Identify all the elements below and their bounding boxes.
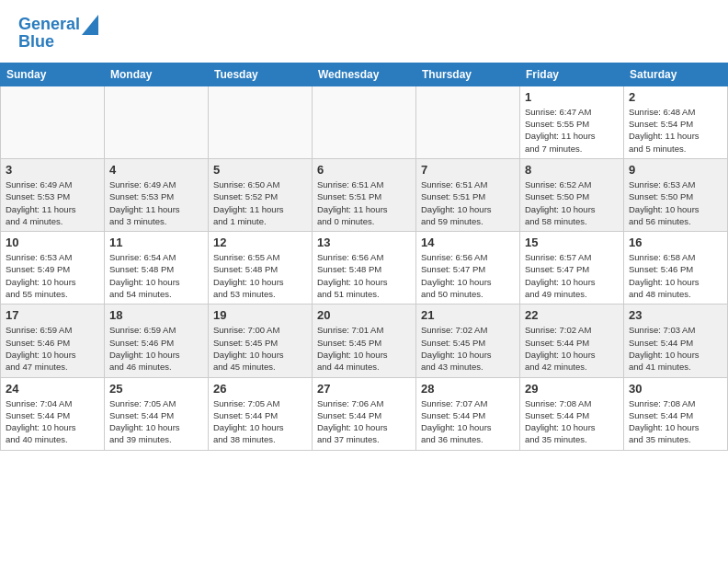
weekday-header-thursday: Thursday bbox=[416, 63, 520, 86]
calendar-week-row: 17Sunrise: 6:59 AM Sunset: 5:46 PM Dayli… bbox=[1, 304, 728, 377]
day-number: 12 bbox=[213, 236, 307, 249]
day-number: 27 bbox=[317, 382, 411, 396]
calendar-cell bbox=[1, 86, 105, 158]
day-number: 1 bbox=[525, 90, 619, 104]
weekday-header-monday: Monday bbox=[105, 63, 209, 86]
day-info: Sunrise: 7:07 AM Sunset: 5:44 PM Dayligh… bbox=[421, 397, 515, 446]
day-info: Sunrise: 6:47 AM Sunset: 5:55 PM Dayligh… bbox=[525, 106, 619, 155]
logo-icon bbox=[82, 15, 98, 35]
day-number: 23 bbox=[629, 308, 722, 322]
calendar-week-row: 3Sunrise: 6:49 AM Sunset: 5:53 PM Daylig… bbox=[1, 158, 728, 231]
day-number: 4 bbox=[109, 163, 203, 177]
day-number: 13 bbox=[317, 236, 411, 249]
calendar-cell bbox=[209, 86, 313, 158]
day-number: 11 bbox=[109, 236, 203, 249]
day-info: Sunrise: 6:59 AM Sunset: 5:46 PM Dayligh… bbox=[6, 324, 99, 373]
day-info: Sunrise: 6:50 AM Sunset: 5:52 PM Dayligh… bbox=[213, 178, 307, 227]
day-number: 9 bbox=[629, 163, 722, 177]
calendar-cell: 1Sunrise: 6:47 AM Sunset: 5:55 PM Daylig… bbox=[520, 86, 624, 158]
calendar-cell: 13Sunrise: 6:56 AM Sunset: 5:48 PM Dayli… bbox=[313, 232, 416, 304]
day-info: Sunrise: 6:54 AM Sunset: 5:48 PM Dayligh… bbox=[109, 251, 203, 300]
day-number: 16 bbox=[629, 236, 722, 249]
day-number: 18 bbox=[109, 308, 203, 322]
day-info: Sunrise: 7:02 AM Sunset: 5:44 PM Dayligh… bbox=[525, 324, 619, 373]
day-info: Sunrise: 6:58 AM Sunset: 5:46 PM Dayligh… bbox=[629, 251, 722, 300]
calendar-cell: 5Sunrise: 6:50 AM Sunset: 5:52 PM Daylig… bbox=[209, 158, 313, 231]
calendar-cell: 17Sunrise: 6:59 AM Sunset: 5:46 PM Dayli… bbox=[1, 304, 105, 377]
day-number: 17 bbox=[6, 308, 99, 322]
logo-blue-text: Blue bbox=[18, 33, 54, 52]
weekday-header-friday: Friday bbox=[520, 63, 624, 86]
calendar-cell: 7Sunrise: 6:51 AM Sunset: 5:51 PM Daylig… bbox=[416, 158, 520, 231]
day-info: Sunrise: 7:03 AM Sunset: 5:44 PM Dayligh… bbox=[629, 324, 722, 373]
weekday-header-wednesday: Wednesday bbox=[313, 63, 416, 86]
day-number: 15 bbox=[525, 236, 619, 249]
day-number: 14 bbox=[421, 236, 515, 249]
calendar-cell: 30Sunrise: 7:08 AM Sunset: 5:44 PM Dayli… bbox=[624, 377, 728, 450]
day-info: Sunrise: 6:57 AM Sunset: 5:47 PM Dayligh… bbox=[525, 251, 619, 300]
day-info: Sunrise: 7:00 AM Sunset: 5:45 PM Dayligh… bbox=[213, 324, 307, 373]
day-info: Sunrise: 6:51 AM Sunset: 5:51 PM Dayligh… bbox=[421, 178, 515, 227]
calendar-cell: 15Sunrise: 6:57 AM Sunset: 5:47 PM Dayli… bbox=[520, 232, 624, 304]
logo: General Blue bbox=[18, 15, 98, 52]
calendar-cell: 20Sunrise: 7:01 AM Sunset: 5:45 PM Dayli… bbox=[313, 304, 416, 377]
day-info: Sunrise: 7:05 AM Sunset: 5:44 PM Dayligh… bbox=[109, 397, 203, 446]
day-number: 28 bbox=[421, 382, 515, 396]
day-info: Sunrise: 7:01 AM Sunset: 5:45 PM Dayligh… bbox=[317, 324, 411, 373]
weekday-header-row: SundayMondayTuesdayWednesdayThursdayFrid… bbox=[1, 63, 728, 86]
day-info: Sunrise: 7:08 AM Sunset: 5:44 PM Dayligh… bbox=[525, 397, 619, 446]
day-number: 5 bbox=[213, 163, 307, 177]
calendar-cell bbox=[313, 86, 416, 158]
day-number: 24 bbox=[6, 382, 99, 396]
day-info: Sunrise: 6:56 AM Sunset: 5:47 PM Dayligh… bbox=[421, 251, 515, 300]
day-info: Sunrise: 6:55 AM Sunset: 5:48 PM Dayligh… bbox=[213, 251, 307, 300]
calendar-cell: 19Sunrise: 7:00 AM Sunset: 5:45 PM Dayli… bbox=[209, 304, 313, 377]
calendar-cell: 9Sunrise: 6:53 AM Sunset: 5:50 PM Daylig… bbox=[624, 158, 728, 231]
weekday-header-tuesday: Tuesday bbox=[209, 63, 313, 86]
calendar-cell bbox=[416, 86, 520, 158]
calendar-cell: 24Sunrise: 7:04 AM Sunset: 5:44 PM Dayli… bbox=[1, 377, 105, 450]
day-info: Sunrise: 7:08 AM Sunset: 5:44 PM Dayligh… bbox=[629, 397, 722, 446]
day-info: Sunrise: 7:06 AM Sunset: 5:44 PM Dayligh… bbox=[317, 397, 411, 446]
day-number: 3 bbox=[6, 163, 99, 177]
day-info: Sunrise: 6:59 AM Sunset: 5:46 PM Dayligh… bbox=[109, 324, 203, 373]
calendar-week-row: 10Sunrise: 6:53 AM Sunset: 5:49 PM Dayli… bbox=[1, 232, 728, 304]
calendar-cell: 16Sunrise: 6:58 AM Sunset: 5:46 PM Dayli… bbox=[624, 232, 728, 304]
day-number: 2 bbox=[629, 90, 722, 104]
calendar-cell: 3Sunrise: 6:49 AM Sunset: 5:53 PM Daylig… bbox=[1, 158, 105, 231]
calendar-table: SundayMondayTuesdayWednesdayThursdayFrid… bbox=[0, 63, 728, 451]
calendar-cell: 22Sunrise: 7:02 AM Sunset: 5:44 PM Dayli… bbox=[520, 304, 624, 377]
weekday-header-sunday: Sunday bbox=[1, 63, 105, 86]
calendar-cell: 6Sunrise: 6:51 AM Sunset: 5:51 PM Daylig… bbox=[313, 158, 416, 231]
calendar-cell: 10Sunrise: 6:53 AM Sunset: 5:49 PM Dayli… bbox=[1, 232, 105, 304]
calendar-cell: 18Sunrise: 6:59 AM Sunset: 5:46 PM Dayli… bbox=[105, 304, 209, 377]
day-info: Sunrise: 7:05 AM Sunset: 5:44 PM Dayligh… bbox=[213, 397, 307, 446]
day-info: Sunrise: 6:53 AM Sunset: 5:49 PM Dayligh… bbox=[6, 251, 99, 300]
day-number: 7 bbox=[421, 163, 515, 177]
day-number: 10 bbox=[6, 236, 99, 249]
day-info: Sunrise: 6:52 AM Sunset: 5:50 PM Dayligh… bbox=[525, 178, 619, 227]
day-info: Sunrise: 6:49 AM Sunset: 5:53 PM Dayligh… bbox=[6, 178, 99, 227]
calendar-cell: 29Sunrise: 7:08 AM Sunset: 5:44 PM Dayli… bbox=[520, 377, 624, 450]
day-number: 29 bbox=[525, 382, 619, 396]
calendar-cell: 25Sunrise: 7:05 AM Sunset: 5:44 PM Dayli… bbox=[105, 377, 209, 450]
calendar-cell: 28Sunrise: 7:07 AM Sunset: 5:44 PM Dayli… bbox=[416, 377, 520, 450]
day-number: 25 bbox=[109, 382, 203, 396]
day-number: 19 bbox=[213, 308, 307, 322]
day-number: 8 bbox=[525, 163, 619, 177]
weekday-header-saturday: Saturday bbox=[624, 63, 728, 86]
page-header: General Blue bbox=[0, 0, 728, 59]
day-number: 22 bbox=[525, 308, 619, 322]
logo-text: General bbox=[18, 16, 80, 34]
day-info: Sunrise: 6:53 AM Sunset: 5:50 PM Dayligh… bbox=[629, 178, 722, 227]
day-info: Sunrise: 7:04 AM Sunset: 5:44 PM Dayligh… bbox=[6, 397, 99, 446]
calendar-week-row: 1Sunrise: 6:47 AM Sunset: 5:55 PM Daylig… bbox=[1, 86, 728, 158]
day-info: Sunrise: 6:48 AM Sunset: 5:54 PM Dayligh… bbox=[629, 106, 722, 155]
calendar-cell bbox=[105, 86, 209, 158]
day-number: 20 bbox=[317, 308, 411, 322]
calendar-cell: 12Sunrise: 6:55 AM Sunset: 5:48 PM Dayli… bbox=[209, 232, 313, 304]
svg-marker-0 bbox=[82, 15, 98, 35]
calendar-cell: 27Sunrise: 7:06 AM Sunset: 5:44 PM Dayli… bbox=[313, 377, 416, 450]
calendar-cell: 21Sunrise: 7:02 AM Sunset: 5:45 PM Dayli… bbox=[416, 304, 520, 377]
calendar-cell: 4Sunrise: 6:49 AM Sunset: 5:53 PM Daylig… bbox=[105, 158, 209, 231]
